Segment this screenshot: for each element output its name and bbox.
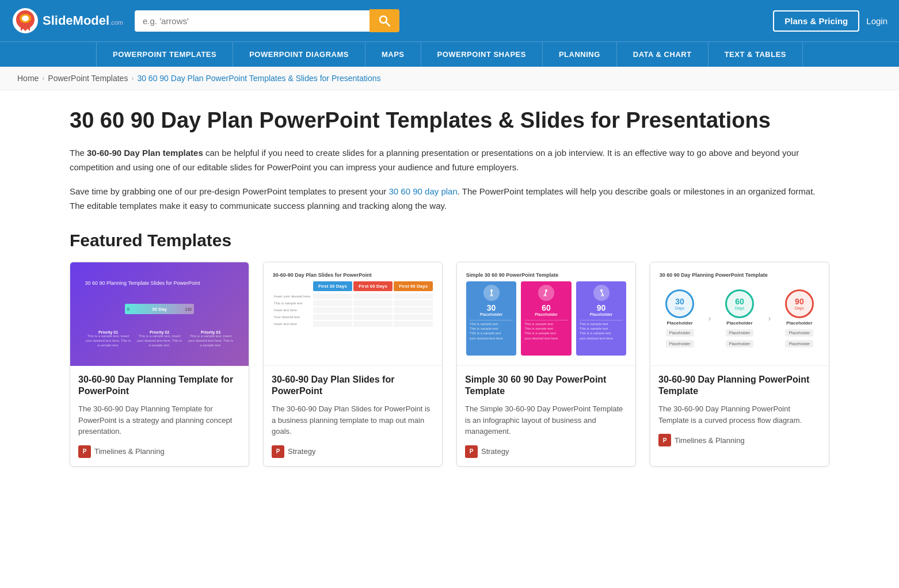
card-1-tag[interactable]: P Timelines & Planning bbox=[78, 445, 241, 458]
card-2-image: 30-60-90 Day Plan Slides for PowerPoint … bbox=[264, 262, 442, 366]
person-sprint-icon bbox=[597, 289, 605, 297]
card-3-tag-label: Strategy bbox=[481, 447, 509, 456]
svg-point-2 bbox=[22, 16, 29, 21]
header-right: Plans & Pricing Login bbox=[773, 10, 887, 32]
card-3-ppt-icon: P bbox=[465, 445, 478, 458]
card-1-desc: The 30-60-90 Day Planning Template for P… bbox=[78, 403, 241, 437]
svg-line-14 bbox=[601, 292, 603, 294]
card-3-desc: The Simple 30-60-90 Day PowerPoint Templ… bbox=[465, 403, 627, 437]
card-3-title: Simple 30 60 90 Day PowerPoint Template bbox=[465, 374, 627, 398]
login-button[interactable]: Login bbox=[866, 16, 887, 26]
nav-powerpoint-shapes[interactable]: POWERPOINT SHAPES bbox=[421, 42, 543, 67]
card-1-ppt-icon: P bbox=[78, 445, 91, 458]
card-4-tag[interactable]: P Timelines & Planning bbox=[658, 434, 821, 446]
card-2-ppt-icon: P bbox=[272, 445, 284, 458]
person-walk-icon bbox=[487, 289, 496, 297]
person-run-icon bbox=[542, 289, 550, 297]
svg-line-16 bbox=[601, 294, 603, 296]
svg-line-8 bbox=[492, 294, 493, 296]
description-1: The 30-60-90 Day Plan templates can be h… bbox=[70, 146, 829, 175]
search-input[interactable] bbox=[135, 10, 369, 32]
card-4-tag-label: Timelines & Planning bbox=[675, 436, 745, 445]
main-nav: POWERPOINT TEMPLATES POWERPOINT DIAGRAMS… bbox=[0, 41, 899, 67]
card-4-ppt-icon: P bbox=[658, 434, 671, 446]
logo-icon bbox=[12, 7, 39, 35]
card-4-title: 30-60-90 Day Planning PowerPoint Templat… bbox=[658, 374, 821, 398]
card-4-image: 30 60 90 Day Planning PowerPoint Templat… bbox=[650, 262, 829, 366]
header: SlideModel.com Plans & Pricing Login bbox=[0, 0, 899, 41]
card-3-image: Simple 30 60 90 PowerPoint Template 30 P… bbox=[457, 262, 635, 366]
description-2: Save time by grabbing one of our pre-des… bbox=[70, 184, 829, 213]
card-1-tag-label: Timelines & Planning bbox=[94, 447, 165, 456]
card-2-mockup: 30-60-90 Day Plan Slides for PowerPoint … bbox=[268, 268, 438, 360]
logo[interactable]: SlideModel.com bbox=[12, 7, 123, 35]
nav-powerpoint-diagrams[interactable]: POWERPOINT DIAGRAMS bbox=[233, 42, 365, 67]
template-card-3[interactable]: Simple 30 60 90 PowerPoint Template 30 P… bbox=[456, 262, 636, 467]
breadcrumb-home[interactable]: Home bbox=[17, 74, 39, 83]
card-3-mockup: Simple 30 60 90 PowerPoint Template 30 P… bbox=[462, 268, 631, 360]
template-card-1[interactable]: 30 60 90 Planning Template Slides for Po… bbox=[70, 262, 249, 467]
nav-planning[interactable]: PLANNING bbox=[543, 42, 617, 67]
cards-grid: 30 60 90 Planning Template Slides for Po… bbox=[70, 262, 829, 467]
svg-line-4 bbox=[386, 22, 390, 26]
card-1-image: 30 60 90 Planning Template Slides for Po… bbox=[70, 262, 249, 366]
nav-data-chart[interactable]: DATA & CHART bbox=[617, 42, 708, 67]
breadcrumb: Home › PowerPoint Templates › 30 60 90 D… bbox=[0, 67, 899, 90]
logo-text: SlideModel.com bbox=[43, 13, 123, 28]
card-1-title: 30-60-90 Day Planning Template for Power… bbox=[78, 374, 241, 398]
svg-line-10 bbox=[545, 292, 546, 294]
featured-templates-title: Featured Templates bbox=[70, 231, 829, 250]
card-2-title: 30-60-90 Day Plan Slides for PowerPoint bbox=[272, 374, 434, 398]
card-2-tag[interactable]: P Strategy bbox=[272, 445, 434, 458]
day-plan-link[interactable]: 30 60 90 day plan bbox=[388, 186, 457, 196]
nav-maps[interactable]: MAPS bbox=[365, 42, 421, 67]
search-area bbox=[135, 9, 399, 32]
svg-point-9 bbox=[545, 289, 547, 292]
card-1-mockup: 30 60 90 Planning Template Slides for Po… bbox=[79, 268, 240, 361]
search-icon bbox=[379, 15, 390, 26]
template-card-4[interactable]: 30 60 90 Day Planning PowerPoint Templat… bbox=[650, 262, 829, 467]
breadcrumb-parent[interactable]: PowerPoint Templates bbox=[48, 74, 128, 83]
card-4-mockup: 30 60 90 Day Planning PowerPoint Templat… bbox=[655, 268, 825, 360]
card-4-body: 30-60-90 Day Planning PowerPoint Templat… bbox=[650, 366, 829, 455]
nav-text-tables[interactable]: TEXT & TABLES bbox=[708, 42, 803, 67]
card-2-tag-label: Strategy bbox=[288, 447, 315, 456]
card-2-desc: The 30-60-90 Day Plan Slides for PowerPo… bbox=[272, 403, 434, 437]
template-card-2[interactable]: 30-60-90 Day Plan Slides for PowerPoint … bbox=[263, 262, 443, 467]
breadcrumb-sep1: › bbox=[42, 74, 44, 82]
card-4-desc: The 30-60-90 Day Planning PowerPoint Tem… bbox=[658, 403, 821, 426]
breadcrumb-current: 30 60 90 Day Plan PowerPoint Templates &… bbox=[137, 74, 380, 83]
plans-pricing-button[interactable]: Plans & Pricing bbox=[773, 10, 859, 32]
svg-line-12 bbox=[545, 294, 546, 296]
search-button[interactable] bbox=[369, 9, 399, 32]
breadcrumb-sep2: › bbox=[131, 74, 134, 82]
card-3-body: Simple 30 60 90 Day PowerPoint Template … bbox=[457, 366, 635, 466]
card-3-tag[interactable]: P Strategy bbox=[465, 445, 627, 458]
card-2-body: 30-60-90 Day Plan Slides for PowerPoint … bbox=[264, 366, 442, 466]
nav-powerpoint-templates[interactable]: POWERPOINT TEMPLATES bbox=[96, 42, 233, 67]
svg-point-5 bbox=[490, 289, 493, 292]
svg-point-13 bbox=[600, 289, 603, 292]
card-1-body: 30-60-90 Day Planning Template for Power… bbox=[70, 366, 249, 466]
main-content: 30 60 90 Day Plan PowerPoint Templates &… bbox=[52, 90, 847, 484]
page-title: 30 60 90 Day Plan PowerPoint Templates &… bbox=[70, 108, 829, 134]
